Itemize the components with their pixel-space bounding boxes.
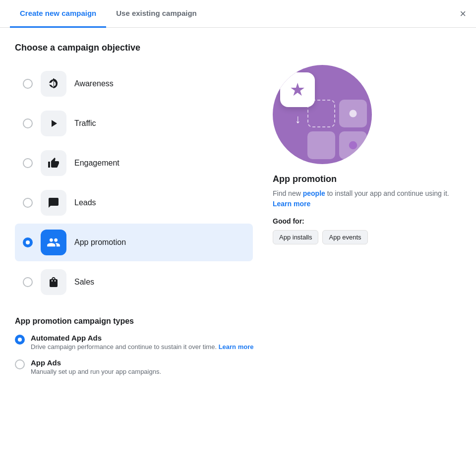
- automated-desc: Drive campaign performance and continue …: [31, 343, 253, 351]
- objective-leads[interactable]: Leads: [15, 184, 253, 222]
- radio-leads[interactable]: [23, 198, 33, 208]
- engagement-label: Engagement: [74, 159, 119, 168]
- learn-more-link-desc[interactable]: Learn more: [273, 200, 310, 208]
- svg-point-0: [350, 110, 357, 117]
- app-tile-2: [339, 100, 367, 127]
- manual-desc: Manually set up and run your app campaig…: [31, 368, 161, 375]
- manual-name: App Ads: [31, 358, 161, 367]
- star-icon: ★: [290, 79, 305, 100]
- icon-traffic: [41, 111, 66, 136]
- detail-panel: ★ ↓: [273, 65, 461, 301]
- people-link[interactable]: people: [303, 189, 325, 197]
- radio-traffic[interactable]: [23, 118, 33, 128]
- good-for-title: Good for:: [273, 217, 461, 225]
- learn-more-automated[interactable]: Learn more: [219, 343, 254, 351]
- tag-app-installs: App installs: [273, 230, 318, 244]
- campaign-types-title: App promotion campaign types: [15, 317, 461, 326]
- radio-automated[interactable]: [15, 335, 25, 345]
- icon-app-promotion: [41, 230, 66, 255]
- objective-engagement[interactable]: Engagement: [15, 144, 253, 182]
- icon-leads: [41, 190, 66, 216]
- objective-awareness[interactable]: Awareness: [15, 65, 253, 103]
- star-card: ★: [280, 72, 315, 107]
- tab-create-campaign[interactable]: Create new campaign: [10, 0, 106, 28]
- icon-engagement: [41, 150, 66, 176]
- awareness-label: Awareness: [74, 79, 114, 88]
- tabs-header: Create new campaign Use existing campaig…: [0, 0, 476, 28]
- app-tile-3: [307, 131, 335, 159]
- radio-manual[interactable]: [15, 359, 25, 369]
- icon-sales: [41, 269, 66, 295]
- close-button[interactable]: ×: [460, 8, 466, 19]
- automated-name: Automated App Ads: [31, 334, 253, 342]
- app-grid: [307, 100, 367, 159]
- objectives-list: Awareness Traffic: [15, 65, 253, 301]
- manual-text: App Ads Manually set up and run your app…: [31, 358, 161, 375]
- app-tile-4: [339, 131, 367, 159]
- radio-sales[interactable]: [23, 277, 33, 287]
- leads-label: Leads: [74, 198, 96, 207]
- traffic-label: Traffic: [74, 119, 96, 128]
- icon-awareness: [41, 71, 66, 97]
- objective-sales[interactable]: Sales: [15, 263, 253, 301]
- tags-container: App installs App events: [273, 230, 461, 244]
- campaign-type-manual[interactable]: App Ads Manually set up and run your app…: [15, 358, 461, 375]
- campaign-type-automated[interactable]: Automated App Ads Drive campaign perform…: [15, 334, 461, 351]
- detail-description: Find new people to install your app and …: [273, 188, 461, 209]
- radio-engagement[interactable]: [23, 158, 33, 168]
- arrow-down-icon: ↓: [295, 112, 301, 126]
- radio-app-promotion[interactable]: [23, 237, 33, 247]
- radio-awareness[interactable]: [23, 79, 33, 89]
- detail-title: App promotion: [273, 174, 461, 184]
- automated-text: Automated App Ads Drive campaign perform…: [31, 334, 253, 351]
- app-promotion-illustration: ★ ↓: [273, 65, 372, 164]
- app-promotion-label: App promotion: [74, 238, 126, 247]
- section-title: Choose a campaign objective: [15, 43, 461, 53]
- objective-traffic[interactable]: Traffic: [15, 105, 253, 142]
- main-layout: Awareness Traffic: [15, 65, 461, 301]
- objective-app-promotion[interactable]: App promotion: [15, 224, 253, 261]
- sales-label: Sales: [74, 278, 94, 287]
- main-content: Choose a campaign objective Awareness: [0, 28, 476, 398]
- tab-existing-campaign[interactable]: Use existing campaign: [106, 0, 207, 28]
- campaign-types-section: App promotion campaign types Automated A…: [15, 317, 461, 375]
- tag-app-events: App events: [322, 230, 367, 244]
- svg-point-1: [349, 141, 357, 150]
